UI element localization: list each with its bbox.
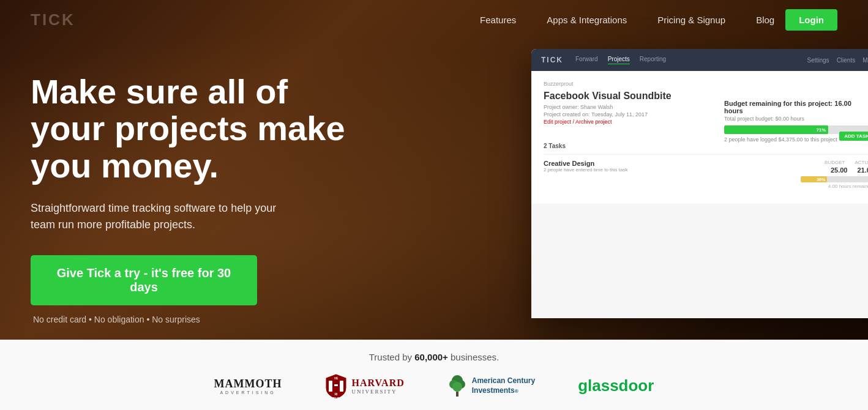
american-century-line1: American Century — [472, 376, 535, 386]
app-nav-reporting: Reporting — [640, 56, 666, 64]
app-task-remaining: 4.00 hours remaining — [801, 184, 868, 189]
app-topbar-right: Settings Clients More — [807, 57, 868, 64]
mammoth-sub: ADVERTISING — [214, 390, 282, 395]
american-century-tree-icon — [447, 375, 467, 398]
logo-glassdoor: glassdoor — [578, 376, 654, 395]
app-task-row: Creative Design 2 people have entered ti… — [544, 154, 868, 194]
app-task-actual-label: ACTUAL — [855, 160, 868, 165]
svg-point-9 — [452, 382, 462, 392]
logo-american-century: American Century Investments® — [447, 375, 535, 398]
app-progress-bar-fill: 71% — [724, 125, 828, 134]
hero-section: TICK Features Apps & Integrations Pricin… — [0, 0, 868, 340]
hero-subtext: Straightforward time tracking software t… — [31, 200, 294, 233]
app-topbar-nav: Forward Projects Reporting — [575, 56, 666, 64]
logo-harvard: VE RI TAS HARVARD UNIVERSITY — [325, 373, 405, 399]
app-nav-forward: Forward — [575, 56, 598, 64]
nav-blog-link[interactable]: Blog — [756, 15, 774, 25]
svg-rect-10 — [456, 392, 458, 397]
harvard-name: HARVARD — [352, 378, 405, 389]
main-nav: TICK Features Apps & Integrations Pricin… — [0, 0, 868, 40]
trusted-suffix: businesses. — [448, 352, 499, 362]
trusted-prefix: Trusted by — [369, 352, 414, 362]
app-task-name: Creative Design — [544, 160, 627, 167]
svg-rect-1 — [334, 384, 338, 386]
hero-headline: Make sure all of your projects make you … — [31, 73, 367, 184]
cta-button[interactable]: Give Tick a try - it's free for 30 days — [31, 255, 257, 305]
nav-links: Features Apps & Integrations Pricing & S… — [480, 15, 725, 26]
app-budget-title: Budget remaining for this project: 16.00… — [724, 100, 868, 114]
american-century-line2: Investments® — [472, 386, 535, 396]
nav-link-apps[interactable]: Apps & Integrations — [547, 15, 627, 25]
app-task-numbers-label: BUDGET ACTUAL — [801, 160, 868, 165]
american-century-text: American Century Investments® — [472, 376, 535, 395]
app-task-numbers: BUDGET ACTUAL 25.00 21.00 36% 4.00 — [801, 160, 868, 189]
app-tasks-section: 2 Tasks ADD TASK Creative Design 2 peopl… — [544, 143, 868, 194]
trusted-logos: MAMMOTH ADVERTISING VE RI TAS HARVARD UN… — [214, 373, 654, 399]
app-budget-sub: Total project budget: $0.00 hours — [724, 116, 868, 122]
app-nav-clients: Clients — [837, 57, 856, 64]
app-progress-label: 71% — [816, 127, 826, 133]
glassdoor-wordmark: glassdoor — [578, 376, 654, 395]
app-task-progress-bar-bg: 36% — [801, 176, 868, 182]
app-nav-more: More — [862, 57, 868, 64]
nav-link-features[interactable]: Features — [480, 15, 516, 25]
hero-content: Make sure all of your projects make you … — [0, 40, 398, 325]
harvard-shield-icon: VE RI TAS — [325, 373, 347, 399]
logo-mammoth: MAMMOTH ADVERTISING — [214, 378, 282, 395]
app-task-budget-val: 25.00 — [831, 166, 848, 174]
app-mockup: TICK Forward Projects Reporting Settings… — [531, 49, 868, 318]
app-body: Buzzerprout Facebook Visual Soundbite Pr… — [531, 71, 868, 204]
app-task-values: 25.00 21.00 — [801, 166, 868, 174]
app-task-actual-val: 21.00 — [857, 166, 868, 174]
app-nav-settings: Settings — [807, 57, 829, 64]
login-button[interactable]: Login — [785, 9, 837, 31]
app-task-progress-bar-fill: 36% — [801, 176, 827, 182]
app-task-progress-label: 36% — [817, 177, 825, 182]
app-logo: TICK — [541, 56, 563, 64]
trusted-text: Trusted by 60,000+ businesses. — [369, 352, 499, 362]
svg-rect-0 — [329, 381, 332, 392]
svg-rect-2 — [340, 381, 343, 392]
harvard-subname: UNIVERSITY — [352, 389, 405, 395]
app-task-info: Creative Design 2 people have entered ti… — [544, 160, 627, 173]
svg-text:VE: VE — [334, 376, 338, 380]
mammoth-wordmark: MAMMOTH — [214, 378, 282, 390]
app-topbar: TICK Forward Projects Reporting Settings… — [531, 49, 868, 71]
trusted-count: 60,000+ — [414, 352, 448, 362]
svg-text:RI: RI — [334, 392, 338, 396]
svg-text:TAS: TAS — [333, 397, 339, 399]
cta-disclaimer: No credit card • No obligation • No surp… — [33, 315, 200, 324]
app-tasks-label: 2 Tasks ADD TASK — [544, 143, 868, 149]
app-breadcrumb: Buzzerprout — [544, 81, 868, 87]
nav-link-pricing[interactable]: Pricing & Signup — [657, 15, 725, 25]
nav-logo: TICK — [31, 10, 75, 29]
app-task-sub: 2 people have entered time to this task — [544, 167, 627, 173]
app-task-budget-label: BUDGET — [825, 160, 845, 165]
trusted-bar: Trusted by 60,000+ businesses. MAMMOTH A… — [0, 340, 868, 410]
app-tasks-count: 2 Tasks — [544, 143, 566, 149]
app-add-task-button[interactable]: ADD TASK — [839, 132, 868, 141]
app-nav-projects: Projects — [608, 56, 630, 64]
harvard-text: HARVARD UNIVERSITY — [352, 378, 405, 395]
